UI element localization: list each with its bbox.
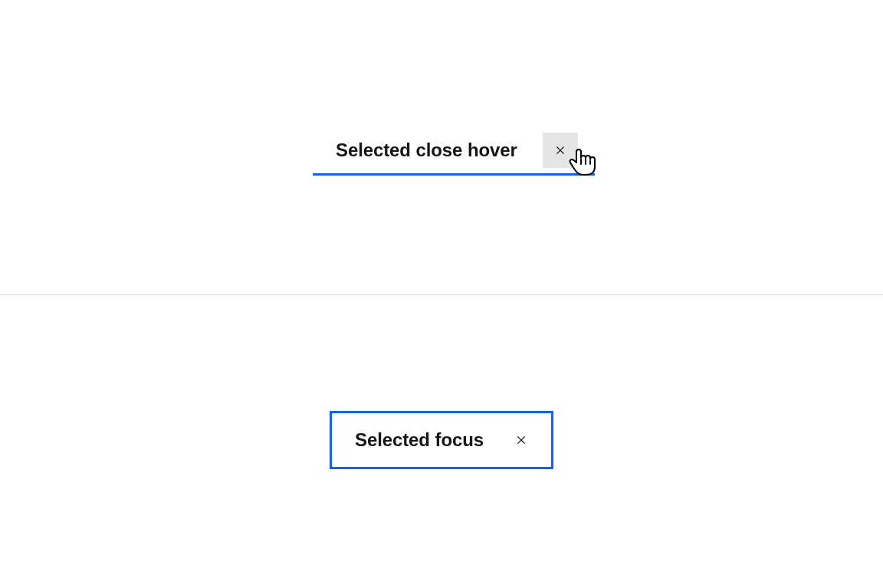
tab-selected-focus[interactable]: Selected focus: [330, 411, 553, 469]
tab-label: Selected focus: [332, 431, 504, 449]
tab-label: Selected close hover: [313, 141, 543, 159]
state-panel-focus: Selected focus: [0, 294, 883, 589]
close-icon: [553, 143, 568, 158]
tab-selected-close-hover[interactable]: Selected close hover: [313, 127, 595, 176]
svg-marker-0: [556, 146, 564, 154]
state-panel-hover: Selected close hover: [0, 0, 883, 294]
close-button[interactable]: [504, 422, 539, 458]
close-button-hover[interactable]: [543, 133, 578, 168]
svg-marker-4: [517, 436, 525, 444]
close-icon: [514, 432, 529, 448]
